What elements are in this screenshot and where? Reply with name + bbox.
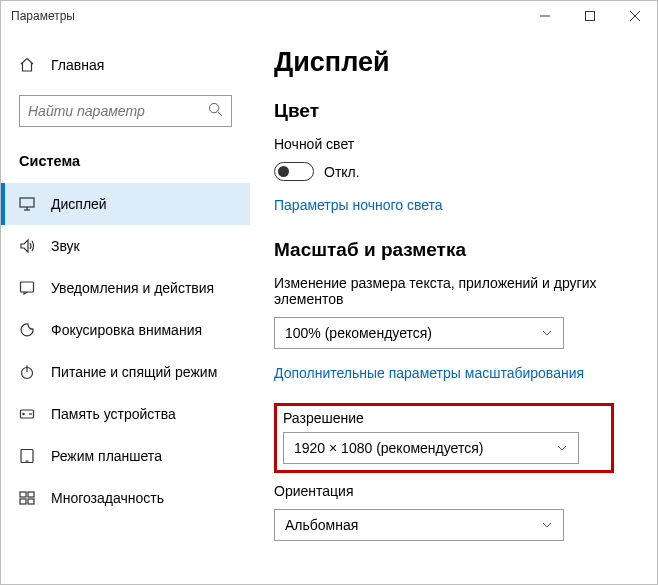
minimize-button[interactable] bbox=[522, 1, 567, 31]
sidebar-item-notifications[interactable]: Уведомления и действия bbox=[1, 267, 250, 309]
svg-rect-17 bbox=[20, 492, 26, 497]
resolution-value: 1920 × 1080 (рекомендуется) bbox=[294, 440, 556, 456]
notifications-icon bbox=[19, 280, 35, 296]
svg-rect-6 bbox=[20, 198, 34, 207]
nav-label: Уведомления и действия bbox=[51, 280, 214, 296]
scale-value: 100% (рекомендуется) bbox=[285, 325, 541, 341]
sidebar-item-focus[interactable]: Фокусировка внимания bbox=[1, 309, 250, 351]
window-title: Параметры bbox=[11, 9, 75, 23]
tablet-icon bbox=[19, 448, 35, 464]
storage-icon bbox=[19, 406, 35, 422]
svg-point-13 bbox=[23, 413, 24, 414]
scale-dropdown[interactable]: 100% (рекомендуется) bbox=[274, 317, 564, 349]
chevron-down-icon bbox=[556, 442, 568, 454]
nav-label: Дисплей bbox=[51, 196, 107, 212]
settings-window: Параметры Главная Система Дис bbox=[0, 0, 658, 585]
nav-label: Многозадачность bbox=[51, 490, 164, 506]
sound-icon bbox=[19, 238, 35, 254]
night-light-state: Откл. bbox=[324, 164, 360, 180]
search-field[interactable] bbox=[28, 103, 208, 119]
sidebar-item-multitask[interactable]: Многозадачность bbox=[1, 477, 250, 519]
color-heading: Цвет bbox=[274, 100, 633, 122]
nav-list: Дисплей Звук Уведомления и действия Фоку… bbox=[1, 183, 250, 519]
nav-label: Звук bbox=[51, 238, 80, 254]
resolution-highlight: Разрешение 1920 × 1080 (рекомендуется) bbox=[274, 403, 614, 473]
home-label: Главная bbox=[51, 57, 104, 73]
svg-rect-18 bbox=[28, 492, 34, 497]
scale-label: Изменение размера текста, приложений и д… bbox=[274, 275, 633, 307]
svg-rect-20 bbox=[28, 499, 34, 504]
search-input[interactable] bbox=[19, 95, 232, 127]
svg-rect-9 bbox=[21, 282, 34, 292]
home-nav[interactable]: Главная bbox=[1, 49, 250, 81]
sidebar-item-sound[interactable]: Звук bbox=[1, 225, 250, 267]
night-light-label: Ночной свет bbox=[274, 136, 633, 152]
nav-label: Питание и спящий режим bbox=[51, 364, 217, 380]
scale-heading: Масштаб и разметка bbox=[274, 239, 633, 261]
chevron-down-icon bbox=[541, 519, 553, 531]
advanced-scaling-link[interactable]: Дополнительные параметры масштабирования bbox=[274, 365, 584, 381]
display-icon bbox=[19, 196, 35, 212]
resolution-dropdown[interactable]: 1920 × 1080 (рекомендуется) bbox=[283, 432, 579, 464]
chevron-down-icon bbox=[541, 327, 553, 339]
night-light-settings-link[interactable]: Параметры ночного света bbox=[274, 197, 443, 213]
orientation-value: Альбомная bbox=[285, 517, 541, 533]
titlebar: Параметры bbox=[1, 1, 657, 31]
page-title: Дисплей bbox=[274, 47, 633, 78]
multitask-icon bbox=[19, 490, 35, 506]
sidebar-item-power[interactable]: Питание и спящий режим bbox=[1, 351, 250, 393]
sidebar-item-display[interactable]: Дисплей bbox=[1, 183, 250, 225]
svg-point-4 bbox=[209, 103, 218, 112]
svg-rect-1 bbox=[585, 12, 594, 21]
orientation-label: Ориентация bbox=[274, 483, 633, 499]
power-icon bbox=[19, 364, 35, 380]
focus-icon bbox=[19, 322, 35, 338]
main-panel: Дисплей Цвет Ночной свет Откл. Параметры… bbox=[250, 31, 657, 584]
night-light-toggle-row: Откл. bbox=[274, 162, 633, 181]
window-controls bbox=[522, 1, 657, 31]
svg-rect-19 bbox=[20, 499, 26, 504]
search-icon bbox=[208, 102, 223, 120]
nav-label: Режим планшета bbox=[51, 448, 162, 464]
close-button[interactable] bbox=[612, 1, 657, 31]
maximize-button[interactable] bbox=[567, 1, 612, 31]
content-area: Главная Система Дисплей Звук bbox=[1, 31, 657, 584]
sidebar-item-tablet[interactable]: Режим планшета bbox=[1, 435, 250, 477]
section-label: Система bbox=[1, 145, 250, 183]
nav-label: Фокусировка внимания bbox=[51, 322, 202, 338]
sidebar-item-storage[interactable]: Память устройства bbox=[1, 393, 250, 435]
night-light-toggle[interactable] bbox=[274, 162, 314, 181]
nav-label: Память устройства bbox=[51, 406, 176, 422]
orientation-dropdown[interactable]: Альбомная bbox=[274, 509, 564, 541]
sidebar: Главная Система Дисплей Звук bbox=[1, 31, 250, 584]
svg-line-5 bbox=[218, 112, 222, 116]
resolution-label: Разрешение bbox=[283, 410, 605, 426]
